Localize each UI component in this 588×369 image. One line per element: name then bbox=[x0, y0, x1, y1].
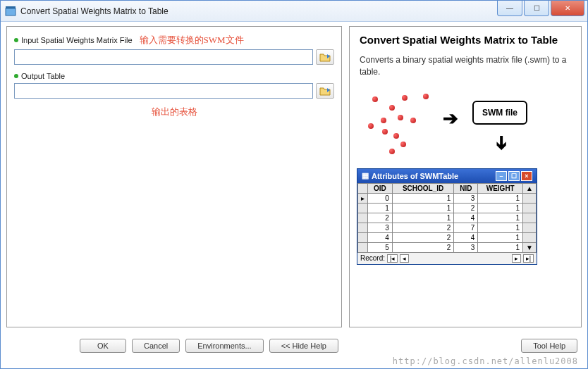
input-swm-label: Input Spatial Weights Matrix File bbox=[21, 36, 133, 44]
arrow-down-icon: ➔ bbox=[491, 135, 513, 150]
point-dot bbox=[423, 94, 429, 99]
cell: 0 bbox=[368, 193, 393, 203]
cell: 1 bbox=[392, 193, 454, 203]
nav-first-button[interactable]: |◂ bbox=[387, 254, 398, 263]
arrow-right-icon: ➔ bbox=[443, 108, 458, 130]
maximize-button[interactable]: ☐ bbox=[524, 1, 549, 16]
table-row[interactable]: ▸0131 bbox=[358, 193, 537, 203]
cell: 4 bbox=[454, 232, 478, 242]
required-indicator-icon bbox=[14, 74, 18, 78]
point-dot bbox=[389, 105, 395, 111]
output-label-row: Output Table bbox=[14, 72, 334, 80]
watermark: http://blog.csdn.net/allenlu2008 bbox=[393, 356, 578, 366]
minimize-button[interactable]: — bbox=[497, 1, 522, 16]
attr-window-controls: – ☐ × bbox=[496, 171, 532, 181]
scrollbar-up-icon[interactable]: ▲ bbox=[523, 183, 537, 193]
window-buttons: — ☐ ✕ bbox=[497, 1, 584, 16]
cell: 1 bbox=[478, 213, 523, 223]
cell: 2 bbox=[392, 223, 454, 232]
output-field-row bbox=[14, 83, 334, 99]
record-navigator: Record: |◂ ◂ ▸ ▸| bbox=[357, 253, 537, 264]
point-dot bbox=[381, 118, 386, 123]
help-description: Converts a binary spatial weights matrix… bbox=[360, 54, 571, 78]
svg-rect-1 bbox=[6, 6, 16, 8]
cancel-button[interactable]: Cancel bbox=[132, 339, 180, 353]
help-title: Convert Spatial Weights Matrix to Table bbox=[360, 34, 571, 46]
diagram: ➔ SWM file ➔ ▦ Attributes of SWMTable – … bbox=[360, 91, 540, 288]
cell: 1 bbox=[478, 242, 523, 252]
cell: 1 bbox=[478, 193, 523, 203]
output-table-field[interactable] bbox=[14, 83, 313, 99]
cell: 1 bbox=[392, 213, 454, 223]
point-dot bbox=[372, 96, 378, 102]
titlebar[interactable]: Convert Spatial Weights Matrix to Table … bbox=[1, 1, 587, 22]
point-dot bbox=[382, 129, 388, 135]
cell: 1 bbox=[368, 203, 393, 213]
nav-prev-button[interactable]: ◂ bbox=[400, 254, 409, 263]
parameters-pane: Input Spatial Weights Matrix File 输入需要转换… bbox=[6, 26, 342, 327]
folder-open-icon bbox=[319, 52, 331, 62]
row-selector-header[interactable] bbox=[358, 183, 368, 193]
hide-help-button[interactable]: << Hide Help bbox=[269, 339, 338, 353]
record-label: Record: bbox=[360, 254, 385, 262]
cell: 2 bbox=[392, 232, 454, 242]
svg-rect-0 bbox=[6, 8, 16, 15]
help-pane: Convert Spatial Weights Matrix to Table … bbox=[349, 26, 582, 327]
input-field-row bbox=[14, 49, 334, 65]
cell: 5 bbox=[368, 242, 393, 252]
cell: 2 bbox=[454, 203, 478, 213]
table-row[interactable]: 4241 bbox=[358, 232, 537, 242]
button-bar: OK Cancel Environments... << Hide Help T… bbox=[1, 332, 587, 360]
attributes-titlebar[interactable]: ▦ Attributes of SWMTable – ☐ × bbox=[357, 169, 537, 183]
point-dot bbox=[398, 115, 403, 120]
environments-button[interactable]: Environments... bbox=[185, 339, 263, 353]
cell: 2 bbox=[392, 242, 454, 252]
attributes-title: Attributes of SWMTable bbox=[372, 172, 458, 180]
window-root: Convert Spatial Weights Matrix to Table … bbox=[0, 0, 588, 369]
swm-file-box: SWM file bbox=[472, 101, 527, 125]
table-row[interactable]: 2141 bbox=[358, 213, 537, 223]
folder-open-icon bbox=[319, 86, 331, 96]
cell: 1 bbox=[478, 203, 523, 213]
output-table-label: Output Table bbox=[21, 72, 65, 80]
attr-maximize-button[interactable]: ☐ bbox=[508, 171, 520, 181]
attributes-window: ▦ Attributes of SWMTable – ☐ × OID SCHOO… bbox=[357, 168, 537, 265]
point-dot bbox=[400, 142, 406, 147]
output-annotation: 输出的表格 bbox=[14, 106, 334, 118]
app-icon bbox=[5, 6, 16, 17]
close-button[interactable]: ✕ bbox=[551, 1, 584, 16]
col-school-id[interactable]: SCHOOL_ID bbox=[392, 183, 454, 193]
point-dot bbox=[393, 133, 399, 139]
input-annotation: 输入需要转换的SWM文件 bbox=[140, 34, 244, 46]
table-row[interactable]: 5231▼ bbox=[358, 242, 537, 252]
cell: 3 bbox=[454, 193, 478, 203]
table-header-row: OID SCHOOL_ID NID WEIGHT ▲ bbox=[358, 183, 537, 193]
point-dot bbox=[410, 118, 416, 123]
input-swm-field[interactable] bbox=[14, 49, 313, 65]
ok-button[interactable]: OK bbox=[80, 339, 126, 353]
browse-output-button[interactable] bbox=[316, 83, 334, 99]
col-weight[interactable]: WEIGHT bbox=[478, 183, 523, 193]
table-icon: ▦ bbox=[362, 171, 369, 180]
tool-help-button[interactable]: Tool Help bbox=[521, 339, 577, 353]
nav-last-button[interactable]: ▸| bbox=[523, 254, 534, 263]
cell: 4 bbox=[368, 232, 393, 242]
attr-close-button[interactable]: × bbox=[521, 171, 532, 181]
point-dot bbox=[402, 95, 408, 101]
point-dot bbox=[368, 123, 374, 129]
required-indicator-icon bbox=[14, 38, 18, 42]
table-row[interactable]: 3271 bbox=[358, 223, 537, 232]
col-nid[interactable]: NID bbox=[454, 183, 478, 193]
attr-minimize-button[interactable]: – bbox=[496, 171, 507, 181]
col-oid[interactable]: OID bbox=[368, 183, 393, 193]
cell: 4 bbox=[454, 213, 478, 223]
table-row[interactable]: 1121 bbox=[358, 203, 537, 213]
nav-next-button[interactable]: ▸ bbox=[512, 254, 521, 263]
window-title: Convert Spatial Weights Matrix to Table bbox=[20, 6, 169, 16]
input-label-row: Input Spatial Weights Matrix File 输入需要转换… bbox=[14, 34, 334, 46]
cell: 1 bbox=[478, 232, 523, 242]
cell: 3 bbox=[368, 223, 393, 232]
client-area: Input Spatial Weights Matrix File 输入需要转换… bbox=[1, 22, 587, 332]
browse-input-button[interactable] bbox=[316, 49, 334, 65]
cell: 7 bbox=[454, 223, 478, 232]
